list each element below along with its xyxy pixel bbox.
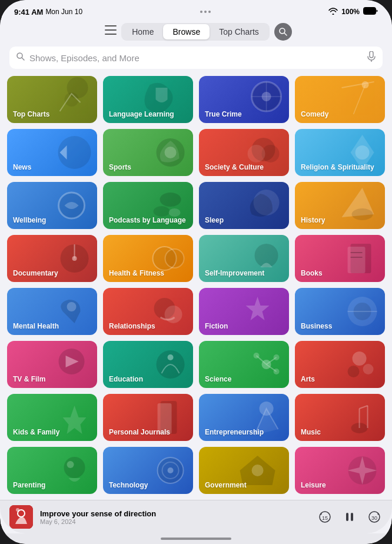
category-documentary[interactable]: Documentary (7, 235, 97, 282)
category-health-fitness[interactable]: Health & Fitness (103, 235, 193, 282)
category-history[interactable]: History (295, 182, 385, 229)
svg-rect-4 (105, 34, 117, 35)
category-news[interactable]: News (7, 129, 97, 176)
svg-rect-9 (370, 51, 373, 58)
play-pause-button[interactable] (341, 509, 358, 525)
svg-point-28 (153, 206, 170, 217)
svg-point-68 (67, 461, 74, 468)
tab-home[interactable]: Home (122, 24, 163, 39)
category-label: Music (301, 428, 321, 436)
rewind-button[interactable]: 15 (317, 509, 333, 525)
svg-point-71 (167, 467, 173, 473)
status-right: 100% (328, 7, 378, 16)
svg-rect-79 (346, 513, 348, 521)
category-label: Entrepreneurship (205, 428, 264, 436)
category-label: History (301, 216, 325, 224)
category-society-culture[interactable]: Society & Culture (199, 129, 289, 176)
category-label: TV & Film (13, 375, 45, 383)
now-playing-thumbnail (9, 505, 33, 529)
category-top-charts[interactable]: Top Charts (7, 76, 97, 123)
search-bar[interactable] (9, 47, 383, 69)
category-label: Personal Journals (109, 428, 170, 436)
svg-point-59 (347, 366, 359, 377)
category-label: Documentary (13, 269, 58, 277)
category-sports[interactable]: Sports (103, 129, 193, 176)
category-music[interactable]: Music (295, 394, 385, 441)
nav-bar: Home Browse Top Charts (0, 19, 392, 44)
top-dots (200, 9, 211, 14)
svg-text:30: 30 (371, 515, 377, 521)
svg-rect-80 (351, 513, 353, 521)
category-label: Sleep (205, 216, 224, 224)
category-sleep[interactable]: Sleep (199, 182, 289, 229)
svg-point-49 (167, 354, 173, 360)
category-parenting[interactable]: Parenting (7, 447, 97, 494)
category-label: Science (205, 375, 231, 383)
home-indicator (0, 533, 392, 544)
category-personal-journals[interactable]: Personal Journals (103, 394, 193, 441)
category-technology[interactable]: Technology (103, 447, 193, 494)
category-arts[interactable]: Arts (295, 341, 385, 388)
search-nav-button[interactable] (274, 23, 292, 41)
svg-line-6 (284, 33, 287, 35)
svg-point-31 (351, 208, 373, 220)
category-religion-spirituality[interactable]: Religion & Spirituality (295, 129, 385, 176)
category-kids-family[interactable]: Kids & Family (7, 394, 97, 441)
category-books[interactable]: Books (295, 235, 385, 282)
category-scroll-area[interactable]: Top Charts Language Learning True Crime … (0, 74, 392, 500)
svg-point-36 (165, 249, 184, 268)
category-label: Society & Culture (205, 163, 264, 171)
category-wellbeing[interactable]: Wellbeing (7, 182, 97, 229)
category-business[interactable]: Business (295, 288, 385, 335)
now-playing-bar[interactable]: Improve your sense of direction May 6, 2… (0, 500, 392, 533)
search-icon (16, 52, 25, 63)
category-fiction[interactable]: Fiction (199, 288, 289, 335)
category-true-crime[interactable]: True Crime (199, 76, 289, 123)
category-label: Wellbeing (13, 216, 46, 224)
category-label: Sports (109, 163, 131, 171)
category-podcasts-language[interactable]: Podcasts by Language (103, 182, 193, 229)
mic-icon[interactable] (367, 51, 376, 64)
svg-point-27 (160, 193, 181, 207)
tab-top-charts[interactable]: Top Charts (210, 24, 268, 39)
forward-button[interactable]: 30 (366, 509, 383, 525)
category-label: Education (109, 375, 143, 383)
category-relationships[interactable]: Relationships (103, 288, 193, 335)
category-label: Books (301, 269, 323, 277)
svg-line-65 (359, 406, 367, 409)
svg-rect-3 (105, 29, 117, 31)
now-playing-title: Improve your sense of direction (40, 509, 310, 518)
category-self-improvement[interactable]: Self-Improvement (199, 235, 289, 282)
svg-line-18 (341, 82, 374, 88)
category-government[interactable]: Government (199, 447, 289, 494)
svg-point-34 (72, 256, 77, 261)
svg-point-25 (355, 145, 369, 160)
category-label: Leisure (301, 481, 326, 489)
search-input[interactable] (29, 53, 363, 63)
category-science[interactable]: Science (199, 341, 289, 388)
home-bar (161, 538, 231, 540)
battery-icon: 100% (341, 8, 360, 16)
svg-point-76 (16, 508, 19, 512)
sidebar-toggle-button[interactable] (100, 22, 121, 41)
category-label: Parenting (13, 481, 45, 489)
category-language-learning[interactable]: Language Learning (103, 76, 193, 123)
svg-rect-1 (364, 8, 375, 14)
status-bar: 9:41 AM Mon Jun 10 100% (0, 0, 392, 19)
category-label: Fiction (205, 322, 228, 330)
now-playing-info: Improve your sense of direction May 6, 2… (40, 509, 310, 525)
svg-point-67 (64, 457, 85, 478)
svg-rect-2 (105, 25, 117, 26)
category-education[interactable]: Education (103, 341, 193, 388)
svg-line-8 (22, 58, 24, 60)
category-leisure[interactable]: Leisure (295, 447, 385, 494)
battery-visual (363, 7, 378, 16)
category-entrepreneurship[interactable]: Entrepreneurship (199, 394, 289, 441)
status-time: 9:41 AM (14, 8, 43, 16)
category-mental-health[interactable]: Mental Health (7, 288, 97, 335)
category-label: Comedy (301, 110, 328, 118)
category-tv-film[interactable]: TV & Film (7, 341, 97, 388)
category-label: Kids & Family (13, 428, 59, 436)
category-comedy[interactable]: Comedy (295, 76, 385, 123)
tab-browse[interactable]: Browse (163, 24, 210, 39)
